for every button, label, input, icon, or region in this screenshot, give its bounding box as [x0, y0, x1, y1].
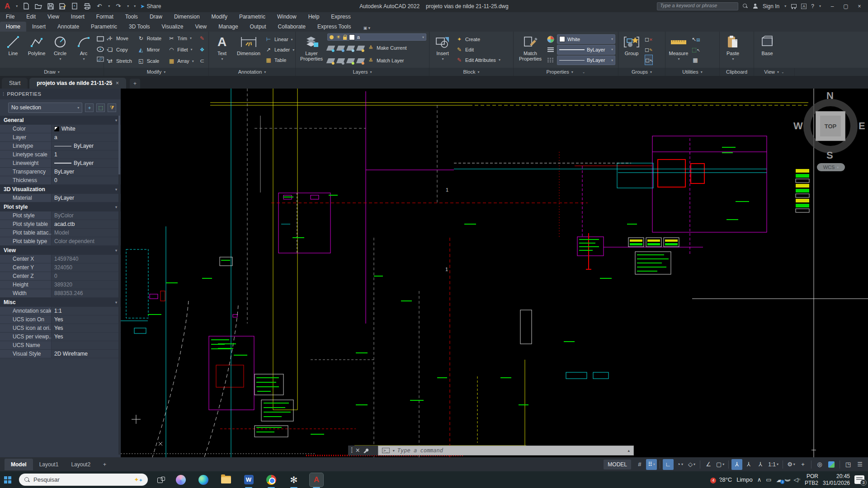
move-button[interactable]: ✛Move	[107, 33, 135, 43]
stretch-button[interactable]: ⇄Stretch	[107, 56, 135, 66]
wifi-icon[interactable]: ⸩	[784, 479, 792, 480]
menu-view[interactable]: View	[42, 14, 65, 20]
compass-north[interactable]: N	[826, 90, 834, 102]
customize-icon[interactable]: +	[797, 459, 808, 470]
property-row[interactable]: Height389320	[0, 281, 121, 289]
property-row[interactable]: ColorWhite	[0, 125, 121, 133]
property-row[interactable]: Annotation scale1:1	[0, 307, 121, 315]
document-tab[interactable]: projeto vias de nilde 21-11-25 ×	[29, 78, 126, 89]
menu-express[interactable]: Express	[325, 14, 356, 20]
property-row[interactable]: Layera	[0, 133, 121, 142]
menu-modify[interactable]: Modify	[206, 14, 233, 20]
quick-select-button[interactable]: ↖▤	[692, 34, 699, 45]
notification-button[interactable]: 3	[854, 475, 864, 484]
sign-in-caret-icon[interactable]: ▾	[784, 4, 786, 8]
compass-south[interactable]: S	[826, 150, 833, 161]
start-tab[interactable]: Start	[2, 78, 28, 89]
property-row[interactable]: Plot style tableacad.ctb	[0, 220, 121, 229]
fillet-button[interactable]: ◠Fillet▾	[168, 45, 196, 54]
menu-tools[interactable]: Tools	[119, 14, 144, 20]
measure-button[interactable]: Measure ▾	[668, 33, 689, 66]
properties-panel-label[interactable]: Properties▾⌄	[514, 68, 618, 76]
layer-properties-button[interactable]: Layer Properties	[298, 33, 325, 66]
start-button[interactable]	[0, 476, 15, 483]
wcs-menu[interactable]: WCS▾	[817, 163, 845, 171]
property-row[interactable]: Plot table attac...Model	[0, 229, 121, 237]
match-properties-button[interactable]: Match Properties	[516, 33, 544, 66]
clock[interactable]: 20:4531/01/2026	[823, 473, 850, 487]
view-panel-label[interactable]: View▾⌄	[754, 68, 795, 76]
ribbon-tab-insert[interactable]: Insert	[26, 22, 52, 32]
make-current-button[interactable]: ≙Make Current	[367, 42, 407, 53]
compass-west[interactable]: W	[793, 120, 803, 132]
ribbon-tab-manage[interactable]: Manage	[212, 22, 244, 32]
menu-format[interactable]: Format	[90, 14, 119, 20]
layer-isolate-icon[interactable]	[336, 46, 345, 51]
arc-caret-icon[interactable]: ▾	[83, 57, 85, 61]
property-row[interactable]: UCS Name	[0, 341, 121, 350]
undo-icon[interactable]: ↶	[95, 3, 103, 9]
weather-desc[interactable]: Limpo	[736, 476, 752, 483]
paste-button[interactable]: Paste ▾	[722, 33, 743, 66]
hamburger-icon[interactable]: ☰	[854, 459, 865, 470]
ribbon-tab-annotate[interactable]: Annotate	[52, 22, 85, 32]
palette-section-misc[interactable]: Misc▾	[0, 298, 121, 307]
property-row[interactable]: MaterialByLayer	[0, 194, 121, 202]
select-objects-icon[interactable]: ⬚	[96, 103, 105, 112]
ribbon-tab-collaborate[interactable]: Collaborate	[272, 22, 311, 32]
selection-type-select[interactable]: No selection ▾	[8, 103, 82, 113]
save-icon[interactable]	[47, 3, 54, 9]
layers-panel-label[interactable]: Layers▾	[296, 68, 429, 76]
properties-palette-header[interactable]: ⁞ PROPERTIES	[0, 89, 121, 99]
chatgpt-taskbar-icon[interactable]: ✻	[287, 473, 301, 487]
layer-match-icon[interactable]	[336, 58, 345, 63]
property-row[interactable]: UCS icon OnYes	[0, 315, 121, 324]
line-button[interactable]: Line	[3, 33, 24, 66]
layout-tab-layout1[interactable]: Layout1	[33, 459, 65, 470]
draw-panel-label[interactable]: Draw▾	[0, 68, 104, 76]
graphics-performance-icon[interactable]	[826, 459, 837, 470]
snap-icon[interactable]: ⠿▾	[646, 459, 657, 470]
layer-unlock2-icon[interactable]	[356, 58, 365, 63]
command-close-icon[interactable]: ×	[355, 446, 359, 455]
palette-section-general[interactable]: General▾	[0, 116, 121, 125]
viewcube[interactable]: N S W E TOP WCS▾	[799, 94, 862, 176]
annotation-scale-icon[interactable]: ⅄	[755, 459, 766, 470]
layer-select[interactable]: ☀ a ▾	[327, 33, 426, 41]
autocad-logo-icon[interactable]: A	[4, 2, 11, 11]
plot-icon[interactable]	[71, 3, 79, 9]
scale-button[interactable]: ◱Scale	[137, 56, 165, 66]
command-input[interactable]: >_ ▾ Type a command ▴	[378, 446, 634, 455]
annotation-visibility-icon[interactable]: ⅄	[731, 459, 742, 470]
document-tab-close-icon[interactable]: ×	[116, 80, 119, 86]
help-button[interactable]: ?	[811, 3, 814, 9]
file-explorer-taskbar-icon[interactable]	[219, 473, 233, 487]
volume-icon[interactable]: ◁⁾⁾	[794, 476, 800, 483]
restore-button[interactable]: ▢	[839, 0, 853, 12]
palette-grip-icon[interactable]: ⁞	[3, 91, 5, 97]
menu-help[interactable]: Help	[302, 14, 326, 20]
ortho-icon[interactable]: ∟	[663, 459, 674, 470]
ribbon-tab-view[interactable]: View	[189, 22, 212, 32]
autocad-taskbar-icon[interactable]: A	[310, 473, 323, 487]
ungroup-button[interactable]: ◻✕	[645, 34, 653, 45]
ribbon-tab-home[interactable]: Home	[0, 22, 26, 32]
close-button[interactable]: ×	[853, 0, 866, 12]
ribbon-tab-express-tools[interactable]: Express Tools	[311, 22, 357, 32]
text-button[interactable]: A Text ▾	[212, 33, 232, 66]
property-row[interactable]: Center Y324050	[0, 263, 121, 272]
edge-taskbar-icon[interactable]	[197, 473, 210, 487]
property-row[interactable]: Center Z0	[0, 272, 121, 281]
palette-section-view[interactable]: View▾	[0, 246, 121, 255]
new-drawing-tab-button[interactable]: +	[130, 79, 140, 89]
print-icon[interactable]	[83, 3, 91, 9]
compass-east[interactable]: E	[859, 120, 865, 132]
save-as-icon[interactable]	[59, 3, 66, 9]
utilities-panel-label[interactable]: Utilities▾	[665, 68, 720, 76]
viewcube-top-face[interactable]: TOP	[816, 111, 845, 141]
weather-temp[interactable]: 28°C	[719, 476, 732, 483]
ribbon-tab-parametric[interactable]: Parametric	[85, 22, 123, 32]
cast-icon[interactable]: ▭	[766, 476, 771, 483]
hidden-icons-chevron[interactable]: ∧	[757, 476, 762, 483]
property-row[interactable]: Center X14597840	[0, 255, 121, 263]
